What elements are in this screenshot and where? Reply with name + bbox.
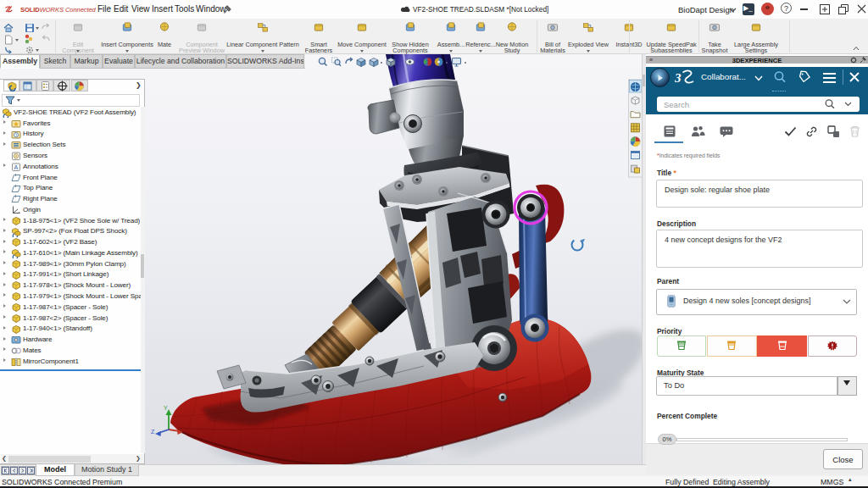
svg-text:3: 3: [675, 71, 682, 85]
svg-text:Y: Y: [164, 405, 168, 411]
svg-text:A: A: [14, 164, 18, 170]
svg-text:Z: Z: [151, 429, 155, 435]
